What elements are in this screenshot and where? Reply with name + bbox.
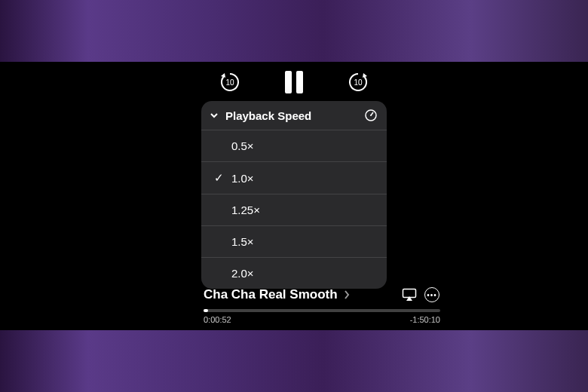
speed-option[interactable]: 0.5×	[201, 130, 387, 161]
check-icon: ✓	[213, 171, 224, 185]
progress-fill	[204, 309, 208, 312]
pause-icon	[285, 71, 292, 93]
speed-option[interactable]: 1.25×	[201, 194, 387, 225]
svg-text:10: 10	[354, 78, 363, 87]
more-button[interactable]: •••	[424, 286, 440, 303]
svg-rect-7	[403, 289, 416, 298]
skip-forward-10-icon: 10	[346, 70, 370, 94]
menu-title: Playback Speed	[225, 109, 311, 122]
progress-bar[interactable]	[204, 309, 440, 312]
svg-point-6	[370, 115, 372, 116]
remaining-time: -1:50:10	[410, 315, 440, 324]
speed-option[interactable]: 1.5×	[201, 225, 387, 257]
airplay-icon	[402, 288, 417, 302]
speed-option[interactable]: 2.0×	[201, 257, 387, 289]
pause-icon	[296, 71, 303, 93]
playback-speed-menu: Playback Speed 0.5× ✓ 1.0× 1.25× 1.5×	[201, 101, 387, 289]
airplay-button[interactable]	[401, 286, 418, 303]
skip-back-button[interactable]: 10	[217, 69, 243, 95]
pause-button[interactable]	[285, 71, 303, 93]
speedometer-icon	[364, 109, 378, 122]
chevron-down-icon	[209, 110, 219, 121]
svg-text:10: 10	[225, 78, 234, 87]
menu-header[interactable]: Playback Speed	[201, 101, 387, 130]
video-title[interactable]: Cha Cha Real Smooth	[204, 287, 338, 302]
speed-option[interactable]: ✓ 1.0×	[201, 161, 387, 194]
chevron-right-icon	[344, 289, 350, 300]
speed-option-label: 0.5×	[231, 139, 254, 152]
speed-option-label: 1.0×	[231, 172, 254, 185]
speed-option-label: 1.25×	[231, 204, 260, 216]
speed-option-label: 1.5×	[231, 235, 254, 248]
now-playing-bar: Cha Cha Real Smooth ••• 0:00:52 -1:50:10	[204, 286, 440, 324]
time-row: 0:00:52 -1:50:10	[204, 315, 440, 324]
skip-back-10-icon: 10	[218, 70, 242, 94]
speed-option-label: 2.0×	[231, 267, 254, 280]
skip-forward-button[interactable]: 10	[345, 69, 371, 95]
elapsed-time: 0:00:52	[204, 315, 231, 324]
title-row: Cha Cha Real Smooth •••	[204, 286, 440, 303]
video-frame: 10 10 Playback Speed	[0, 62, 588, 330]
playback-controls: 10 10	[217, 69, 371, 95]
ellipsis-icon: •••	[424, 287, 439, 302]
